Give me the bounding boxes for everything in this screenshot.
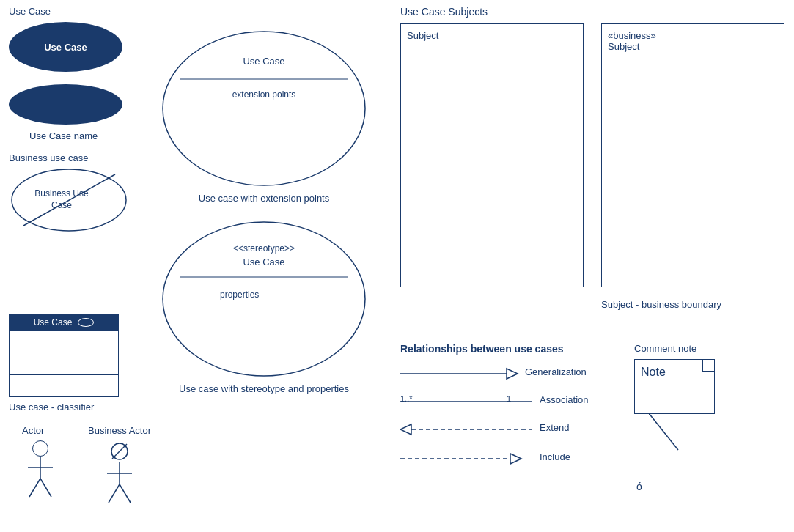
use-case-section-label: Use Case [9, 6, 51, 17]
svg-text:properties: properties [220, 289, 259, 300]
generalization-label: Generalization [525, 366, 587, 377]
use-case-name-label: Use Case name [29, 130, 98, 141]
classifier-body [10, 330, 118, 374]
include-label: Include [540, 451, 570, 462]
actor-head [32, 440, 48, 457]
classifier-section-1 [10, 374, 118, 396]
business-actor-head-svg [109, 440, 131, 462]
note-line-svg [649, 413, 693, 457]
use-case-filled-ellipse: Use Case [9, 22, 122, 72]
business-use-case-ellipse: Business Use Case [9, 167, 130, 233]
svg-line-12 [109, 484, 120, 503]
svg-text:extension points: extension points [232, 89, 296, 100]
svg-line-7 [40, 479, 51, 497]
use-case-unnamed-ellipse [9, 84, 122, 125]
extend-label: Extend [540, 422, 569, 433]
svg-line-13 [120, 484, 131, 503]
svg-marker-26 [400, 424, 411, 435]
association-right-mult: 1 [507, 394, 511, 403]
svg-text:Business Use: Business Use [34, 188, 89, 199]
use-case-filled-label: Use Case [44, 42, 87, 53]
business-actor-label: Business Actor [88, 425, 151, 436]
svg-text:Case: Case [51, 200, 72, 210]
svg-line-30 [649, 413, 678, 450]
instance-symbol: ó [636, 481, 642, 492]
svg-marker-24 [507, 369, 518, 379]
association-left-mult: 1..* [400, 394, 413, 403]
actor-body-svg [22, 457, 59, 515]
stereotype-ellipse-svg: <<stereotype>> Use Case properties [158, 211, 370, 380]
use-case-classifier-box: Use Case [9, 314, 119, 397]
relationships-label: Relationships between use cases [400, 343, 564, 355]
extension-points-caption: Use case with extension points [199, 193, 329, 204]
svg-text:Use Case: Use Case [243, 256, 284, 267]
business-actor-figure [88, 440, 151, 521]
business-actor-body-svg [101, 462, 138, 521]
business-use-case-section-label: Business use case [9, 152, 88, 163]
subject-boundary-caption: Subject - business boundary [601, 299, 721, 310]
note-box: Note [634, 359, 715, 414]
subject-box-2: «business» Subject [601, 23, 784, 287]
subject-box-1: Subject [400, 23, 584, 287]
svg-line-6 [29, 479, 40, 497]
classifier-header: Use Case [10, 314, 118, 330]
actor-label: Actor [22, 425, 44, 436]
classifier-oval-icon [78, 318, 94, 327]
actor-figure [22, 440, 59, 515]
svg-text:<<stereotype>>: <<stereotype>> [233, 243, 295, 254]
classifier-title: Use Case [34, 317, 73, 328]
subject1-label: Subject [407, 30, 438, 41]
note-text: Note [641, 366, 666, 378]
subject2-stereotype: «business» [608, 30, 656, 41]
svg-marker-29 [510, 454, 521, 464]
subject2-label: Subject [608, 41, 639, 52]
extension-points-ellipse-svg: Use Case extension points [158, 21, 370, 189]
svg-text:Use Case: Use Case [243, 56, 284, 67]
stereotype-caption: Use case with stereotype and properties [179, 383, 349, 394]
association-line-svg [400, 391, 547, 412]
note-fold [702, 360, 714, 372]
include-arrow-svg [400, 448, 547, 469]
comment-note-label: Comment note [634, 343, 696, 354]
association-label: Association [540, 394, 588, 405]
subjects-section-label: Use Case Subjects [400, 6, 488, 18]
classifier-label: Use case - classifier [9, 402, 94, 413]
extend-arrow-svg [400, 419, 547, 440]
svg-point-14 [163, 32, 365, 185]
